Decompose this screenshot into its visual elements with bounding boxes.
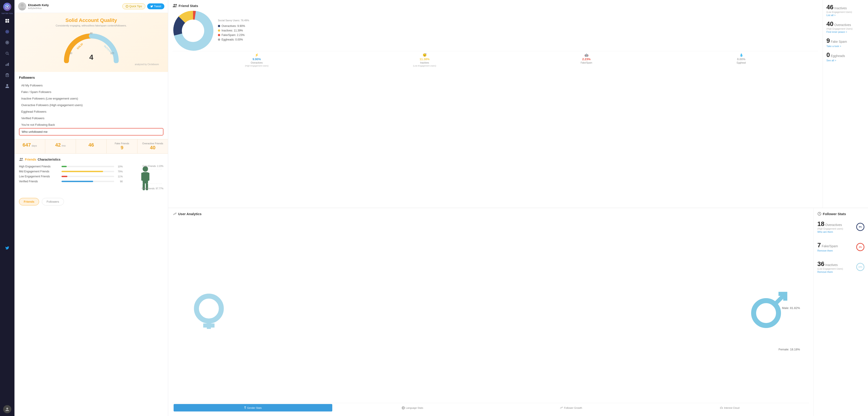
find-inner-peace-link[interactable]: Find inner peace > bbox=[827, 31, 847, 33]
svg-point-11 bbox=[7, 42, 8, 43]
legend-inactives: Inactives: 11.39% bbox=[218, 29, 249, 32]
friend-stats-title: Friend Stats bbox=[173, 4, 818, 8]
badge-overactives: ⚡ 9.90% Overactives (High Engagement Use… bbox=[245, 53, 269, 67]
sidebar-person-icon[interactable] bbox=[3, 82, 12, 90]
sidebar-network-icon[interactable] bbox=[3, 27, 12, 36]
follower-stats-section: Follower Stats 18 Overactives (High Enga… bbox=[814, 208, 868, 416]
nav-item-egghead[interactable]: Egghead Followers bbox=[19, 108, 163, 115]
user-analytics-title: User Analytics bbox=[173, 212, 809, 216]
tab-friends[interactable]: Friends bbox=[19, 198, 39, 205]
take-a-look-link[interactable]: Take a look > bbox=[827, 45, 841, 48]
left-panel: Elizabeth Kelly kellybethlisa ! Quick Ti… bbox=[14, 0, 168, 416]
nav-item-who-unfollowed[interactable]: Who unfollowed me bbox=[19, 128, 163, 136]
user-analytics-section: User Analytics Male: 81.82% Fema bbox=[168, 208, 814, 416]
remove-them-link-1[interactable]: Remove them bbox=[817, 249, 833, 252]
nav-item-fake-spam[interactable]: Fake / Spam Followers bbox=[19, 89, 163, 95]
sidebar-grid-icon[interactable] bbox=[3, 16, 12, 25]
svg-point-47 bbox=[754, 301, 778, 326]
pie-area: Social Savvy Users: 76.49% Overactives: … bbox=[173, 10, 818, 51]
real-friends-label: Real Friends: 97.77% bbox=[142, 187, 163, 190]
follower-stats-list: 18 Overactives (High Engagement users) W… bbox=[817, 218, 864, 277]
friend-stats-numbers: 46 Inactives (Low Engagement Users) List… bbox=[823, 0, 868, 208]
list-all-link[interactable]: List all > bbox=[827, 14, 836, 17]
user-handle: kellybethlisa bbox=[28, 7, 49, 9]
followers-nav: Followers All My Followers Fake / Spam F… bbox=[14, 72, 168, 139]
fake-friends-label: Fake Friends: 2.23% bbox=[143, 165, 163, 168]
svg-rect-5 bbox=[7, 21, 9, 23]
badge-egghead: 💧 0.00% Egghead bbox=[737, 53, 746, 67]
svg-point-44 bbox=[196, 296, 221, 321]
tab-language-stats[interactable]: Language Stats bbox=[333, 403, 492, 412]
svg-text:4: 4 bbox=[89, 53, 93, 61]
analyzed-by: analyzed by Circleboom bbox=[19, 63, 163, 67]
nav-section-title: Followers bbox=[19, 76, 163, 80]
svg-rect-16 bbox=[8, 63, 9, 66]
svg-rect-4 bbox=[5, 21, 7, 23]
quality-subtitle: Consistently engaging, without/less fake… bbox=[19, 24, 163, 27]
overactives-circle: 9% bbox=[856, 223, 864, 231]
nav-item-all-followers[interactable]: All My Followers bbox=[19, 82, 163, 89]
svg-point-41 bbox=[174, 4, 175, 6]
svg-text:!: ! bbox=[127, 6, 127, 7]
who-are-them-link[interactable]: Who are them bbox=[817, 231, 833, 233]
social-savvy-label: Social Savvy Users: 76.49% bbox=[218, 19, 249, 22]
tweet-button[interactable]: Tweet bbox=[147, 3, 164, 9]
app-title: TWITTER TOOL bbox=[1, 13, 13, 14]
pie-legend: Social Savvy Users: 76.49% Overactives: … bbox=[218, 19, 249, 42]
legend-overactives: Overactives: 9.90% bbox=[218, 24, 249, 28]
tab-gender-stats[interactable]: ⚧ Gender Stats bbox=[174, 404, 332, 412]
nav-item-inactive[interactable]: Inactive Followers (Low engagement users… bbox=[19, 95, 163, 102]
user-avatar-small[interactable] bbox=[3, 405, 11, 413]
progress-mid-engagement: Mid Engagement Friends 79% bbox=[19, 170, 123, 173]
badge-fake-spam: 🤖 2.23% Fake/Spam bbox=[581, 53, 592, 67]
male-pct-label: Male: 81.82% bbox=[782, 306, 800, 310]
nav-item-overactive[interactable]: Overactive Followers (High engagement us… bbox=[19, 102, 163, 108]
sidebar-search-icon[interactable] bbox=[3, 49, 12, 58]
svg-rect-3 bbox=[7, 19, 9, 21]
friends-characteristics: Friends Characteristics High Engagement … bbox=[14, 154, 168, 196]
stat-per-month: 42 /mo bbox=[45, 139, 76, 153]
svg-point-31 bbox=[20, 158, 21, 159]
nav-stats-container: Followers All My Followers Fake / Spam F… bbox=[14, 72, 168, 139]
nav-item-not-following-back[interactable]: You're not Following Back bbox=[19, 121, 163, 128]
quick-tips-button[interactable]: ! Quick Tips bbox=[122, 3, 145, 9]
progress-high-engagement: High Engagement Friends 10% bbox=[19, 165, 123, 168]
nav-item-verified[interactable]: Verified Followers bbox=[19, 115, 163, 121]
account-quality-section: Solid Account Quality Consistently engag… bbox=[14, 13, 168, 72]
tab-follower-growth[interactable]: Follower Growth bbox=[492, 403, 651, 412]
right-top-row: Friend Stats Social Savvy Users bbox=[168, 0, 868, 208]
svg-rect-35 bbox=[141, 173, 144, 181]
sidebar-chart-icon[interactable] bbox=[3, 60, 12, 69]
overactives-stat: 40 Overactives (High Engagement Users) F… bbox=[827, 20, 864, 33]
right-panel: Friend Stats Social Savvy Users bbox=[168, 0, 868, 416]
progress-low-engagement: Low Engagement Friends 11% bbox=[19, 175, 123, 178]
svg-point-42 bbox=[176, 4, 177, 6]
svg-point-21 bbox=[6, 408, 8, 410]
svg-point-1 bbox=[6, 6, 8, 8]
legend-eggheads: Eggheads: 0.00% bbox=[218, 38, 249, 41]
user-name: Elizabeth Kelly bbox=[28, 3, 49, 7]
see-all-link[interactable]: See all > bbox=[827, 59, 836, 62]
header-bar: Elizabeth Kelly kellybethlisa ! Quick Ti… bbox=[14, 0, 168, 13]
sidebar-trash-icon[interactable] bbox=[3, 70, 12, 80]
svg-rect-17 bbox=[6, 74, 8, 77]
follower-stats-title: Follower Stats bbox=[817, 212, 864, 216]
sidebar-target-icon[interactable] bbox=[3, 38, 12, 47]
stat-days: 647 days bbox=[14, 139, 45, 153]
gauge-container: 60 80 100 SOLID OUTSTANDING 4 bbox=[19, 27, 163, 63]
analytics-tabs: ⚧ Gender Stats Language Stats Follower G… bbox=[173, 403, 809, 412]
gender-visual: Male: 81.82% Female: 18.18% bbox=[173, 218, 809, 403]
badge-inactives: 😴 11.38% Inactives (Low Engagement Users… bbox=[413, 53, 436, 67]
user-info: Elizabeth Kelly kellybethlisa bbox=[18, 2, 49, 10]
tab-interest-cloud[interactable]: Interest Cloud bbox=[650, 403, 809, 412]
tab-followers[interactable]: Followers bbox=[42, 198, 64, 205]
svg-point-12 bbox=[6, 52, 8, 54]
quality-title: Solid Account Quality bbox=[19, 18, 163, 23]
bottom-tabs: Friends Followers bbox=[14, 196, 168, 208]
fake-spam-circle: 4% bbox=[856, 243, 864, 251]
sidebar-twitter-icon[interactable] bbox=[3, 243, 12, 252]
app-logo bbox=[3, 3, 11, 11]
inactives-stat: 46 Inactives (Low Engagement Users) List… bbox=[827, 4, 864, 17]
stat-overactive-friends: Overactive Friends 40 bbox=[137, 139, 168, 153]
remove-them-link-2[interactable]: Remove them bbox=[817, 271, 833, 273]
